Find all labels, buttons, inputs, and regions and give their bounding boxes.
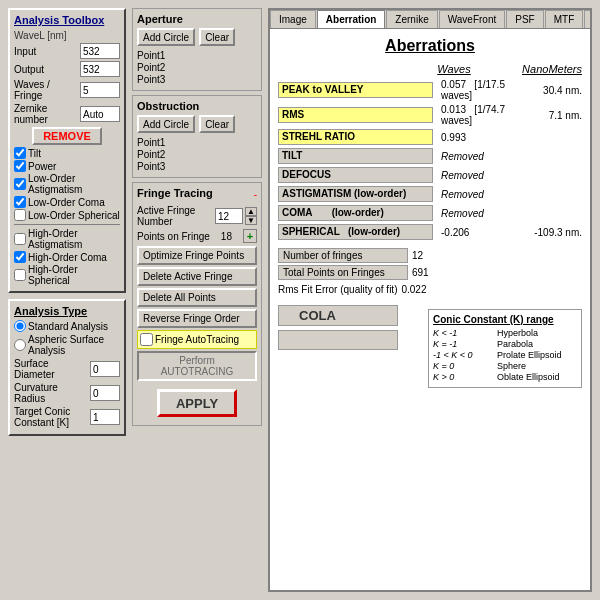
lo-sph-row: Low-Order Spherical: [14, 209, 120, 221]
fringe-minus-icon[interactable]: -: [254, 189, 257, 200]
conic-field[interactable]: [90, 409, 120, 425]
zernike-label: Zernike number: [14, 103, 80, 125]
conic-desc5: Oblate Ellipsoid: [497, 372, 577, 382]
conic-desc2: Parabola: [497, 339, 577, 349]
perform-autotrace-button[interactable]: Perform AUTOTRACING: [137, 351, 257, 381]
total-points-box: Total Points on Fringes: [278, 265, 408, 280]
defocus-label: DEFOCUS: [278, 167, 433, 183]
tab-psf[interactable]: PSF: [506, 10, 543, 28]
conic-label: Target Conic Constant [K]: [14, 406, 90, 428]
cola-area: COLA: [278, 305, 398, 350]
stats-section: Number of fringes 12 Total Points on Fri…: [278, 248, 582, 295]
remove-button[interactable]: REMOVE: [32, 127, 102, 145]
top-area: Analysis Toolbox WaveL [nm] Input Output…: [8, 8, 592, 592]
point3-label: Point3: [137, 74, 257, 85]
rms-fit-label: Rms Fit Error (quality of fit): [278, 284, 397, 295]
obs-clear-button[interactable]: Clear: [199, 115, 235, 133]
clear-button[interactable]: Clear: [199, 28, 235, 46]
tab-wavefront[interactable]: WaveFront: [439, 10, 506, 28]
power-checkbox[interactable]: [14, 160, 26, 172]
ho-sph-checkbox[interactable]: [14, 269, 26, 281]
ho-coma-checkbox[interactable]: [14, 251, 26, 263]
total-points-label: Total Points on Fringes: [283, 267, 385, 278]
active-fringe-label: Active Fringe Number: [137, 205, 215, 227]
optimize-points-button[interactable]: Optimize Fringe Points: [137, 246, 257, 265]
zernike-field[interactable]: [80, 106, 120, 122]
astig-row: ASTIGMATISM (low-order) Removed: [278, 186, 582, 202]
lo-sph-checkbox[interactable]: [14, 209, 26, 221]
conic-k5: K > 0: [433, 372, 493, 382]
delete-active-button[interactable]: Delete Active Fringe: [137, 267, 257, 286]
input-label: Input: [14, 46, 36, 57]
divider1: [14, 224, 120, 225]
cola-value-box: [278, 330, 398, 350]
fringe-points-row: Points on Fringe 18 +: [137, 229, 257, 243]
apply-button[interactable]: APPLY: [157, 389, 237, 417]
right-panel: Image Aberration Zernike WaveFront PSF M…: [268, 8, 592, 592]
fringe-up-button[interactable]: ▲: [245, 207, 257, 216]
tilt-removed: Removed: [441, 151, 484, 162]
active-fringe-field[interactable]: [215, 208, 243, 224]
surface-diameter-field[interactable]: [90, 361, 120, 377]
fringe-num-control: ▲ ▼: [215, 207, 257, 225]
fringe-updown: ▲ ▼: [245, 207, 257, 225]
ptv-waves: 0.057 [1/17.5 waves]: [441, 79, 526, 101]
tab-aberration[interactable]: Aberration: [317, 10, 386, 28]
tab-image[interactable]: Image: [270, 10, 316, 28]
add-circle-button[interactable]: Add Circle: [137, 28, 195, 46]
waves-field[interactable]: [80, 82, 120, 98]
obs-point2-label: Point2: [137, 149, 257, 160]
obs-add-circle-button[interactable]: Add Circle: [137, 115, 195, 133]
ho-coma-row: High-Order Coma: [14, 251, 120, 263]
ptv-row: PEAK to VALLEY 0.057 [1/17.5 waves] 30.4…: [278, 79, 582, 101]
output-field[interactable]: [80, 61, 120, 77]
tab-synthetic[interactable]: Synthetic: [584, 10, 592, 28]
conic-desc1: Hyperbola: [497, 328, 577, 338]
conic-k4: K = 0: [433, 361, 493, 371]
defocus-row: DEFOCUS Removed: [278, 167, 582, 183]
sph-label: SPHERICAL (low-order): [278, 224, 433, 240]
ho-coma-label: High-Order Coma: [28, 252, 107, 263]
points-plus-button[interactable]: +: [243, 229, 257, 243]
fringe-down-button[interactable]: ▼: [245, 216, 257, 225]
wave-col-label: WaveL [nm]: [14, 30, 67, 41]
aber-header-row: Waves NanoMeters: [278, 63, 582, 75]
lo-coma-checkbox[interactable]: [14, 196, 26, 208]
ho-astig-row: High-Order Astigmatism: [14, 228, 120, 250]
autotrace-checkbox[interactable]: [140, 333, 153, 346]
points-on-fringe-label: Points on Fringe: [137, 231, 210, 242]
curvature-field[interactable]: [90, 385, 120, 401]
input-row: Input: [14, 43, 120, 59]
standard-radio[interactable]: [14, 320, 26, 332]
conic-row-3: -1 < K < 0 Prolate Ellipsoid: [433, 350, 577, 360]
lo-astig-checkbox[interactable]: [14, 178, 26, 190]
tilt-checkbox[interactable]: [14, 147, 26, 159]
reverse-order-button[interactable]: Reverse Fringe Order: [137, 309, 257, 328]
aber-blank-header: [278, 63, 406, 75]
conic-k1: K < -1: [433, 328, 493, 338]
conic-row-4: K = 0 Sphere: [433, 361, 577, 371]
conic-row: Target Conic Constant [K]: [14, 406, 120, 428]
tab-mtf[interactable]: MTF: [545, 10, 584, 28]
delete-all-button[interactable]: Delete All Points: [137, 288, 257, 307]
rms-waves: 0.013 [1/74.7 waves]: [441, 104, 526, 126]
coma-removed: Removed: [441, 208, 484, 219]
waves-header: Waves: [406, 63, 502, 75]
sph-waves: -0.206: [441, 227, 526, 238]
point1-label: Point1: [137, 50, 257, 61]
lo-coma-row: Low-Order Coma: [14, 196, 120, 208]
aberrations-title: Aberrations: [278, 37, 582, 55]
sph-row: SPHERICAL (low-order) -0.206 -109.3 nm.: [278, 224, 582, 240]
nm-header: NanoMeters: [502, 63, 582, 75]
conic-table: Conic Constant (K) range K < -1 Hyperbol…: [428, 309, 582, 388]
wave-header: WaveL [nm]: [14, 30, 120, 41]
power-label: Power: [28, 161, 56, 172]
astig-label: ASTIGMATISM (low-order): [278, 186, 433, 202]
aspheric-radio[interactable]: [14, 339, 26, 351]
ho-astig-checkbox[interactable]: [14, 233, 26, 245]
total-points-value: 691: [412, 267, 429, 278]
tab-zernike[interactable]: Zernike: [386, 10, 437, 28]
waves-row: Waves / Fringe: [14, 79, 120, 101]
input-field[interactable]: [80, 43, 120, 59]
autotrace-row: Fringe AutoTracing: [137, 330, 257, 349]
